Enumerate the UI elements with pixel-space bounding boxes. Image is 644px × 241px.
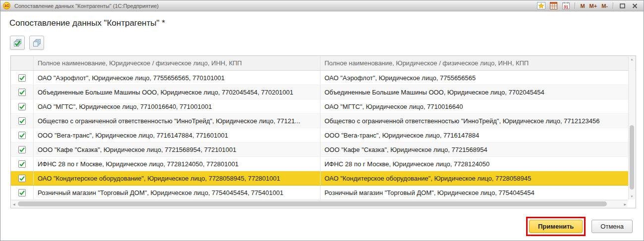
target-counterparty-cell[interactable]: Общество с ограниченной ответственностью… (321, 114, 628, 128)
memory-m-minus-button[interactable]: М- (601, 3, 608, 9)
calendar-day-number: 31 (564, 4, 569, 9)
row-checkbox-cell (11, 128, 34, 142)
row-checkbox-cell (11, 114, 34, 128)
checkmark-icon (19, 103, 25, 110)
app-window: 1С Сопоставление данных "Контрагенты" (1… (0, 0, 644, 241)
calculator-icon[interactable] (549, 1, 558, 10)
target-counterparty-cell[interactable]: ОАО "Аэрофлот", Юридическое лицо, 775565… (321, 71, 628, 85)
close-window-icon[interactable] (630, 1, 639, 10)
table-row[interactable]: ОАО "МГТС", Юридическое лицо, 7710016640… (11, 99, 628, 114)
check-all-flags-icon (13, 38, 22, 48)
table-body: ОАО "Аэрофлот", Юридическое лицо, 775565… (11, 71, 628, 200)
source-counterparty-cell[interactable]: ООО "Кафе "Сказка", Юридическое лицо, 77… (34, 143, 321, 156)
1c-logo-icon: 1С (3, 2, 10, 9)
checkmark-icon (19, 161, 25, 167)
source-counterparty-cell[interactable]: Объединенные Большие Машины ООО, Юридиче… (34, 85, 321, 99)
checkmark-icon (19, 175, 25, 182)
target-counterparty-cell[interactable]: Объединенные Большие Машины ООО, Юридиче… (321, 85, 628, 99)
vertical-scrollbar[interactable]: ▲ ▼ (628, 56, 635, 199)
source-counterparty-cell[interactable]: ОАО "Кондитерское оборудование", Юридиче… (34, 171, 321, 185)
row-checkbox[interactable] (18, 89, 26, 96)
target-counterparty-cell[interactable]: ОАО "Кондитерское оборудование", Юридиче… (321, 171, 628, 185)
source-counterparty-cell[interactable]: ОАО "Аэрофлот", Юридическое лицо, 775565… (34, 71, 321, 85)
target-counterparty-cell[interactable]: ООО "Кафе "Сказка", Юридическое лицо, 77… (321, 143, 628, 156)
row-checkbox-cell (11, 171, 34, 185)
window-title: Сопоставление данных "Контрагенты" (1С:П… (14, 3, 159, 9)
row-checkbox-cell (11, 71, 34, 85)
apply-button[interactable]: Применить (529, 220, 583, 233)
row-checkbox[interactable] (18, 146, 26, 153)
source-counterparty-cell[interactable]: Розничный магазин "Торговый ДОМ", Юридич… (34, 186, 321, 199)
horizontal-scrollbar-thumb[interactable] (18, 201, 607, 206)
table-row[interactable]: Розничный магазин "Торговый ДОМ", Юридич… (11, 186, 628, 200)
row-checkbox-cell (11, 143, 34, 156)
header-source-column[interactable]: Полное наименование, Юридическое / физич… (34, 56, 321, 70)
header-checkbox-column[interactable] (11, 56, 34, 70)
row-checkbox-cell (11, 85, 34, 99)
page-title: Сопоставление данных "Контрагенты" * (9, 18, 165, 28)
memory-m-button[interactable]: М (580, 3, 585, 9)
checkmark-icon (19, 89, 25, 96)
source-counterparty-cell[interactable]: ОАО "МГТС", Юридическое лицо, 7710016640… (34, 99, 321, 113)
row-checkbox-cell (11, 186, 34, 199)
titlebar-separator (575, 2, 575, 9)
favorites-icon[interactable] (537, 1, 545, 10)
scroll-up-icon[interactable]: ▲ (629, 58, 635, 61)
table-row[interactable]: ООО "Кафе "Сказка", Юридическое лицо, 77… (11, 143, 628, 157)
table-row[interactable]: ИФНС 28 по г Москве, Юридическое лицо, 7… (11, 157, 628, 171)
checkmark-icon (19, 75, 25, 81)
titlebar-separator (613, 2, 613, 9)
checkmark-icon (19, 132, 25, 139)
source-counterparty-cell[interactable]: Общество с ограниченной ответственностью… (34, 114, 321, 128)
table-row[interactable]: ООО "Вега-транс", Юридическое лицо, 7716… (11, 128, 628, 143)
target-counterparty-cell[interactable]: ОАО "МГТС", Юридическое лицо, 7710016640 (321, 99, 628, 113)
source-counterparty-cell[interactable]: ИФНС 28 по г Москве, Юридическое лицо, 7… (34, 157, 321, 171)
target-counterparty-cell[interactable]: ООО "Вега-транс", Юридическое лицо, 7716… (321, 128, 628, 142)
mapping-table: Полное наименование, Юридическое / физич… (10, 55, 636, 208)
dialog-footer: Применить Отмена (526, 217, 633, 236)
checkmark-icon (19, 190, 25, 196)
table-row[interactable]: ОАО "Аэрофлот", Юридическое лицо, 775565… (11, 71, 628, 85)
row-checkbox[interactable] (18, 175, 26, 182)
table-row[interactable]: ОАО "Кондитерское оборудование", Юридиче… (11, 171, 628, 186)
row-checkbox-cell (11, 99, 34, 113)
restore-window-icon[interactable] (618, 1, 627, 10)
target-counterparty-cell[interactable]: Розничный магазин "Торговый ДОМ", Юридич… (321, 186, 628, 199)
scroll-left-icon[interactable]: ◀ (13, 202, 15, 206)
row-checkbox[interactable] (18, 74, 26, 82)
horizontal-scrollbar[interactable]: ◀ ▶ (11, 200, 628, 207)
apply-button-annotation: Применить (526, 217, 586, 236)
row-checkbox[interactable] (18, 103, 26, 110)
titlebar-controls: 31 М М+ М- (537, 1, 644, 10)
table-header-row: Полное наименование, Юридическое / физич… (11, 56, 636, 71)
table-row[interactable]: Объединенные Большие Машины ООО, Юридиче… (11, 85, 628, 99)
clear-all-flags-icon (32, 38, 42, 48)
source-counterparty-cell[interactable]: ООО "Вега-транс", Юридическое лицо, 7716… (34, 128, 321, 142)
target-counterparty-cell[interactable]: ИФНС 28 по г Москве, Юридическое лицо, 7… (321, 157, 628, 171)
scroll-down-icon[interactable]: ▼ (629, 195, 635, 198)
row-checkbox[interactable] (18, 132, 26, 139)
header-target-column[interactable]: Полное наименование, Юридическое / физич… (321, 56, 636, 70)
table-row[interactable]: Общество с ограниченной ответственностью… (11, 114, 628, 128)
row-checkbox[interactable] (18, 189, 26, 196)
check-all-flags-button[interactable] (10, 36, 25, 50)
row-checkbox-cell (11, 157, 34, 171)
clear-all-flags-button[interactable] (29, 36, 44, 50)
calendar-icon[interactable]: 31 (561, 1, 570, 10)
row-checkbox[interactable] (18, 160, 26, 168)
flags-toolbar (10, 36, 44, 50)
checkmark-icon (19, 118, 25, 124)
cancel-button[interactable]: Отмена (591, 220, 633, 233)
scroll-right-icon[interactable]: ▶ (624, 202, 626, 206)
checkmark-icon (19, 146, 25, 153)
row-checkbox[interactable] (18, 117, 26, 125)
title-bar: 1С Сопоставление данных "Контрагенты" (1… (0, 0, 644, 11)
vertical-scrollbar-thumb[interactable] (630, 125, 634, 190)
memory-m-plus-button[interactable]: М+ (589, 3, 598, 9)
